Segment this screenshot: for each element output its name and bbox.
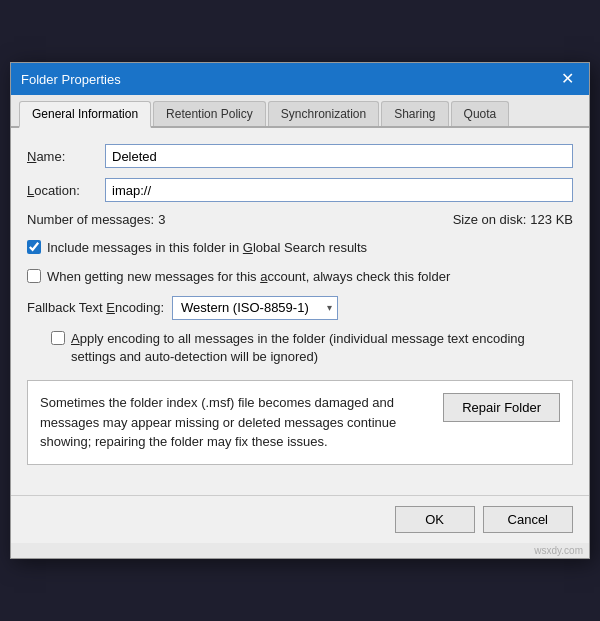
tab-retention[interactable]: Retention Policy (153, 101, 266, 126)
tab-retention-label: Retention Policy (166, 107, 253, 121)
fallback-select-wrapper: Western (ISO-8859-1) UTF-8 Unicode (UTF-… (172, 296, 338, 320)
global-search-checkbox[interactable] (27, 240, 41, 254)
dialog-title: Folder Properties (21, 72, 121, 87)
name-input[interactable] (105, 144, 573, 168)
apply-encoding-row: Apply encoding to all messages in the fo… (51, 330, 573, 366)
location-row: Location: (27, 178, 573, 202)
close-button[interactable]: ✕ (555, 67, 579, 91)
tab-general-label: General Information (32, 107, 138, 121)
global-search-row: Include messages in this folder in Globa… (27, 239, 573, 257)
check-new-row: When getting new messages for this accou… (27, 268, 573, 286)
ok-button[interactable]: OK (395, 506, 475, 533)
cancel-button[interactable]: Cancel (483, 506, 573, 533)
tab-quota[interactable]: Quota (451, 101, 510, 126)
name-label: Name: (27, 149, 105, 164)
title-bar: Folder Properties ✕ (11, 63, 589, 95)
tab-bar: General Information Retention Policy Syn… (11, 95, 589, 128)
fallback-row: Fallback Text Encoding: Western (ISO-885… (27, 296, 573, 320)
apply-encoding-block: Apply encoding to all messages in the fo… (51, 330, 573, 366)
fallback-label: Fallback Text Encoding: (27, 300, 164, 315)
size-value: 123 KB (530, 212, 573, 227)
name-row: Name: (27, 144, 573, 168)
tab-general[interactable]: General Information (19, 101, 151, 128)
check-new-label: When getting new messages for this accou… (47, 268, 450, 286)
tab-sharing[interactable]: Sharing (381, 101, 448, 126)
check-new-checkbox[interactable] (27, 269, 41, 283)
size-label: Size on disk: (453, 212, 527, 227)
info-row: Number of messages: 3 Size on disk: 123 … (27, 212, 573, 227)
apply-encoding-checkbox[interactable] (51, 331, 65, 345)
tab-sync-label: Synchronization (281, 107, 366, 121)
tab-quota-label: Quota (464, 107, 497, 121)
tab-sync[interactable]: Synchronization (268, 101, 379, 126)
repair-description: Sometimes the folder index (.msf) file b… (40, 393, 431, 452)
watermark: wsxdy.com (11, 543, 589, 558)
location-label: Location: (27, 183, 105, 198)
dialog-footer: OK Cancel (11, 495, 589, 543)
tab-sharing-label: Sharing (394, 107, 435, 121)
global-search-label: Include messages in this folder in Globa… (47, 239, 367, 257)
repair-folder-button[interactable]: Repair Folder (443, 393, 560, 422)
folder-properties-dialog: Folder Properties ✕ General Information … (10, 62, 590, 558)
fallback-select[interactable]: Western (ISO-8859-1) UTF-8 Unicode (UTF-… (172, 296, 338, 320)
num-messages-value: 3 (158, 212, 165, 227)
apply-encoding-label: Apply encoding to all messages in the fo… (71, 330, 573, 366)
tab-content: Name: Location: Number of messages: 3 Si… (11, 128, 589, 494)
location-input[interactable] (105, 178, 573, 202)
num-messages-label: Number of messages: (27, 212, 154, 227)
repair-block: Sometimes the folder index (.msf) file b… (27, 380, 573, 465)
